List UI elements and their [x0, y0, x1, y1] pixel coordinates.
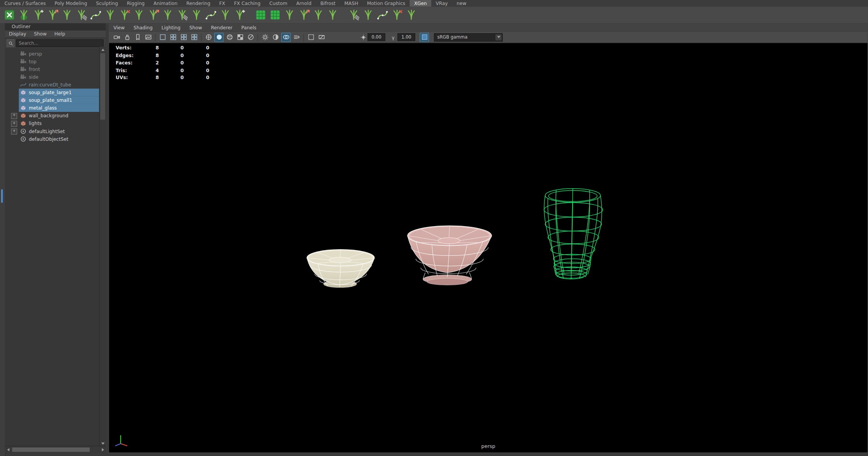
shelf-tab-poly-modeling[interactable]: Poly Modeling	[50, 0, 91, 7]
outliner-item-wall-background[interactable]: +wall_background	[5, 112, 99, 120]
viewport-menu-lighting[interactable]: Lighting	[157, 24, 185, 32]
mesh-metal-glass[interactable]	[544, 189, 603, 279]
all-lights-icon[interactable]	[260, 32, 270, 42]
refresh-preview-icon[interactable]	[326, 8, 339, 22]
delete-guides-icon[interactable]	[390, 8, 403, 22]
single-pane-layout-icon[interactable]	[158, 32, 167, 42]
view-transform-dropdown[interactable]: sRGB gamma	[434, 33, 503, 41]
add-guides-icon[interactable]	[32, 8, 45, 22]
horizontal-scroll-thumb[interactable]	[12, 448, 90, 452]
lock-camera-icon[interactable]	[122, 32, 131, 42]
outliner-item-defaultobjectset[interactable]: defaultObjectSet	[5, 135, 99, 143]
shelf-tab-vray[interactable]: VRay	[431, 0, 452, 7]
wireframe-mode-icon[interactable]	[204, 32, 213, 42]
mesh-soup-plate-large1[interactable]	[408, 226, 492, 285]
mesh-soup-plate-small1[interactable]	[307, 250, 374, 288]
outliner-item-rain-curvedt-tube[interactable]: rain:curveDt_tube	[5, 81, 99, 89]
outliner-menu-display[interactable]: Display	[5, 30, 30, 38]
freeze-brush-icon[interactable]	[219, 8, 232, 22]
preview-toggle-icon[interactable]	[405, 8, 418, 22]
outliner-horizontal-scrollbar[interactable]	[5, 446, 106, 453]
motion-blur-icon[interactable]	[292, 32, 301, 42]
guide-tool-icon[interactable]	[361, 8, 374, 22]
textured-mode-icon[interactable]	[225, 32, 234, 42]
shelf-tab-new[interactable]: new	[452, 0, 471, 7]
expand-toggle-icon[interactable]: +	[11, 120, 17, 127]
viewport-canvas[interactable]: Verts:800Edges:800Faces:200Tris:400UVs:8…	[109, 43, 868, 453]
shelf-tab-arnold[interactable]: Arnold	[292, 0, 316, 7]
scroll-up-icon[interactable]	[99, 47, 106, 53]
outliner-menu-help[interactable]: Help	[51, 30, 69, 38]
shelf-tab-curves-surfaces[interactable]: Curves / Surfaces	[0, 0, 50, 7]
lift-brush-icon[interactable]	[147, 8, 160, 22]
density-brush-icon[interactable]	[103, 8, 116, 22]
curve-attach-icon[interactable]	[204, 8, 217, 22]
import-groom-icon[interactable]	[297, 8, 310, 22]
cache-playback-icon[interactable]	[312, 8, 325, 22]
shelf-tab-xgen[interactable]: XGen	[410, 0, 431, 7]
checker-material-icon[interactable]	[235, 32, 244, 42]
spline-modifier-icon[interactable]	[376, 8, 389, 22]
export-patches-icon[interactable]	[283, 8, 296, 22]
shelf-tab-fx-caching[interactable]: FX Caching	[229, 0, 265, 7]
width-brush-icon[interactable]	[190, 8, 203, 22]
shelf-tab-custom[interactable]: Custom	[265, 0, 292, 7]
shelf-tab-fx[interactable]: FX	[215, 0, 229, 7]
shelf-tab-bifrost[interactable]: Bifrost	[316, 0, 340, 7]
color-management-icon[interactable]	[420, 32, 429, 42]
outliner-item-front[interactable]: front	[5, 65, 99, 73]
gamma-icon[interactable]: γ	[390, 34, 396, 41]
groom-fabric-icon[interactable]	[254, 8, 267, 22]
viewport-menu-show[interactable]: Show	[185, 24, 207, 32]
smooth-brush-icon[interactable]	[175, 8, 189, 22]
add-modifier-icon[interactable]	[233, 8, 246, 22]
shelf-tab-animation[interactable]: Animation	[149, 0, 182, 7]
expand-toggle-icon[interactable]: +	[11, 128, 17, 134]
grass-preset-icon[interactable]	[60, 8, 73, 22]
viewport-menu-panels[interactable]: Panels	[237, 24, 261, 32]
outliner-item-top[interactable]: top	[5, 57, 99, 65]
shelf-tab-rigging[interactable]: Rigging	[122, 0, 149, 7]
viewport-menu-shading[interactable]: Shading	[129, 24, 157, 32]
outliner-item-soup-plate-large1[interactable]: soup_plate_large1	[5, 89, 99, 96]
outliner-search-input[interactable]	[16, 39, 104, 47]
cut-brush-icon[interactable]	[118, 8, 131, 22]
exposure-icon[interactable]	[360, 34, 366, 41]
create-description-icon[interactable]	[17, 8, 30, 22]
filter-icon[interactable]	[7, 39, 14, 47]
four-pane-layout-icon[interactable]	[168, 32, 177, 42]
pane-layout-icon[interactable]	[179, 32, 188, 42]
outliner-vertical-scrollbar[interactable]	[99, 47, 106, 446]
viewport-menu-renderer[interactable]: Renderer	[206, 24, 237, 32]
outliner-menu-show[interactable]: Show	[30, 30, 51, 38]
use-default-material-icon[interactable]	[246, 32, 255, 42]
viewport-menu-view[interactable]: View	[109, 24, 129, 32]
smooth-shaded-icon[interactable]	[214, 32, 224, 42]
outliner-item-persp[interactable]: persp	[5, 50, 99, 57]
shelf-tab-sculpting[interactable]: Sculpting	[91, 0, 122, 7]
outliner-item-side[interactable]: side	[5, 73, 99, 81]
noise-brush-icon[interactable]	[161, 8, 174, 22]
xgen-editor-icon[interactable]	[3, 8, 16, 22]
outliner-item-soup-plate-small1[interactable]: soup_plate_small1	[5, 96, 99, 104]
select-camera-icon[interactable]	[112, 32, 121, 42]
guide-spline-icon[interactable]	[89, 8, 102, 22]
vertical-scroll-thumb[interactable]	[100, 53, 105, 120]
gamma-input[interactable]	[398, 33, 415, 41]
pane-layout-alt-icon[interactable]	[189, 32, 199, 42]
scroll-right-icon[interactable]	[99, 447, 106, 453]
image-plane-icon[interactable]	[143, 32, 153, 42]
clump-brush-icon[interactable]	[132, 8, 145, 22]
ambient-occlusion-icon[interactable]	[281, 32, 290, 42]
xray-mode-icon[interactable]	[317, 32, 326, 42]
shelf-tab-mash[interactable]: MASH	[340, 0, 363, 7]
comb-brush-icon[interactable]	[75, 8, 88, 22]
outliner-item-defaultlightset[interactable]: +defaultLightSet	[5, 127, 99, 135]
sculpt-layer-icon[interactable]	[347, 8, 360, 22]
isolate-select-icon[interactable]	[306, 32, 315, 42]
camera-bookmark-icon[interactable]	[133, 32, 142, 42]
exposure-input[interactable]	[367, 33, 385, 41]
duplicate-guides-icon[interactable]	[46, 8, 59, 22]
expand-toggle-icon[interactable]: +	[11, 113, 17, 119]
mesh-convert-icon[interactable]	[268, 8, 281, 22]
